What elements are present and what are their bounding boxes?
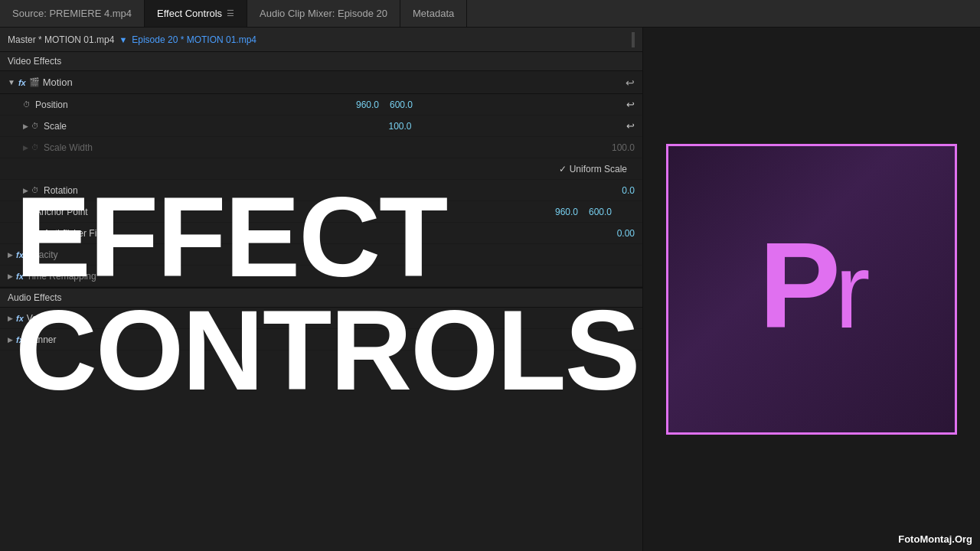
motion-title-row[interactable]: ▼ fx 🎬 Motion ↩ <box>0 71 642 94</box>
anti-flicker-row: ▶ ⏱ Anti-flicker Filter 0.00 <box>0 223 642 244</box>
pr-logo-bg: Pr <box>668 146 955 432</box>
clip-header: Master * MOTION 01.mp4 ▼ Episode 20 * MO… <box>0 28 642 52</box>
scale-stopwatch-icon[interactable]: ⏱ <box>31 122 39 130</box>
pr-p-letter: P <box>759 217 835 354</box>
opacity-fx-icon: fx <box>16 250 24 259</box>
panner-label: Panner <box>27 334 57 345</box>
time-remapping-expand-arrow[interactable]: ▶ <box>8 272 13 280</box>
rotation-label: Rotation <box>44 185 151 196</box>
rotation-stopwatch-icon[interactable]: ⏱ <box>31 186 39 194</box>
opacity-expand-arrow[interactable]: ▶ <box>8 251 13 259</box>
tab-audio-clip-mixer[interactable]: Audio Clip Mixer: Episode 20 <box>247 0 400 27</box>
opacity-row: ▶ fx Opacity <box>0 244 642 266</box>
scale-row: ▶ ⏱ Scale 100.0 ↩ <box>0 116 642 137</box>
episode-clip-label: Episode 20 * MOTION 01.mp4 <box>132 34 256 45</box>
rotation-value[interactable]: 0.0 <box>589 185 635 196</box>
clip-master-info: Master * MOTION 01.mp4 ▼ Episode 20 * MO… <box>8 34 256 45</box>
time-remapping-fx-icon: fx <box>16 272 24 281</box>
tab-source[interactable]: Source: PREMIERE 4.mp4 <box>0 0 145 27</box>
panner-expand-arrow[interactable]: ▶ <box>8 336 13 344</box>
tab-metadata[interactable]: Metadata <box>400 0 467 27</box>
site-watermark: FotoMontaj.Org <box>898 533 972 545</box>
volume-expand-arrow[interactable]: ▶ <box>8 315 13 322</box>
scale-width-stopwatch-icon[interactable]: ⏱ <box>31 143 39 152</box>
tab-metadata-label: Metadata <box>413 8 454 19</box>
pr-logo-container: Pr <box>666 144 957 435</box>
menu-icon[interactable]: ☰ <box>227 8 234 18</box>
motion-collapse-arrow[interactable]: ▼ <box>8 78 15 86</box>
volume-fx-icon: fx <box>16 314 24 323</box>
anchor-y-value[interactable]: 600.0 <box>589 207 635 217</box>
tab-bar: Source: PREMIERE 4.mp4 Effect Controls ☰… <box>0 0 980 28</box>
anti-flicker-label: Anti-flicker Filter <box>44 228 151 239</box>
scale-reset[interactable]: ↩ <box>626 120 635 132</box>
scale-width-expand-arrow[interactable]: ▶ <box>23 144 28 152</box>
scale-width-row: ▶ ⏱ Scale Width 100.0 <box>0 137 642 158</box>
motion-label: Motion <box>43 77 73 88</box>
scale-expand-arrow[interactable]: ▶ <box>23 122 28 130</box>
anti-flicker-expand-arrow[interactable]: ▶ <box>23 230 28 237</box>
volume-row: ▶ fx Volume <box>0 308 642 329</box>
left-panel: Master * MOTION 01.mp4 ▼ Episode 20 * MO… <box>0 28 643 551</box>
motion-reset-icon[interactable]: ↩ <box>626 77 635 89</box>
motion-effect-group: ▼ fx 🎬 Motion ↩ ⏱ Position 960.0 600.0 ↩… <box>0 71 642 244</box>
anchor-point-label: Anchor Point <box>35 207 142 217</box>
main-container: Master * MOTION 01.mp4 ▼ Episode 20 * MO… <box>0 28 980 551</box>
video-effects-header: Video Effects <box>0 52 642 71</box>
uniform-scale-row: ✓ Uniform Scale <box>0 158 642 180</box>
anchor-stopwatch-icon[interactable]: ⏱ <box>23 207 31 216</box>
tab-effect-controls[interactable]: Effect Controls ☰ <box>145 0 247 27</box>
position-y-value[interactable]: 600.0 <box>390 99 436 110</box>
anti-flicker-value[interactable]: 0.00 <box>589 228 635 239</box>
checkmark-icon: ✓ <box>559 164 567 174</box>
motion-fx-icon: fx <box>18 78 26 87</box>
master-clip-label: Master * MOTION 01.mp4 <box>8 34 114 45</box>
uniform-scale-check[interactable]: ✓ Uniform Scale <box>559 164 635 174</box>
scale-label: Scale <box>44 121 151 132</box>
panner-row: ▶ fx Panner <box>0 329 642 350</box>
rotation-expand-arrow[interactable]: ▶ <box>23 187 28 194</box>
tab-effect-controls-label: Effect Controls <box>157 8 222 19</box>
clip-header-divider <box>632 32 635 47</box>
audio-effects-header: Audio Effects <box>0 287 642 308</box>
time-remapping-label: Time Remapping <box>27 271 96 282</box>
panner-fx-icon: fx <box>16 335 24 344</box>
position-reset[interactable]: ↩ <box>626 99 635 110</box>
pr-r-letter: r <box>835 230 864 350</box>
tab-source-label: Source: PREMIERE 4.mp4 <box>12 8 132 19</box>
rotation-row: ▶ ⏱ Rotation 0.0 <box>0 180 642 201</box>
position-row: ⏱ Position 960.0 600.0 ↩ <box>0 94 642 116</box>
uniform-scale-label: Uniform Scale <box>570 164 627 174</box>
volume-label: Volume <box>27 313 57 324</box>
time-remapping-row: ▶ fx Time Remapping <box>0 266 642 287</box>
scale-width-value[interactable]: 100.0 <box>589 142 635 153</box>
right-panel: Pr FotoMontaj.Org <box>643 28 980 551</box>
anti-flicker-stopwatch-icon[interactable]: ⏱ <box>31 229 39 237</box>
anchor-x-value[interactable]: 960.0 <box>532 207 578 217</box>
pr-logo-text: Pr <box>759 224 864 354</box>
position-label: Position <box>35 99 142 110</box>
anchor-point-row: ⏱ Anchor Point 960.0 600.0 <box>0 201 642 223</box>
scale-value[interactable]: 100.0 <box>366 121 412 132</box>
motion-camera-icon: 🎬 <box>29 77 40 87</box>
tab-audio-mixer-label: Audio Clip Mixer: Episode 20 <box>260 8 387 19</box>
position-stopwatch-icon[interactable]: ⏱ <box>23 100 31 109</box>
scale-width-label: Scale Width <box>44 142 151 153</box>
clip-dropdown-arrow[interactable]: ▼ <box>119 35 127 44</box>
position-x-value[interactable]: 960.0 <box>333 99 379 110</box>
opacity-label: Opacity <box>27 249 58 260</box>
